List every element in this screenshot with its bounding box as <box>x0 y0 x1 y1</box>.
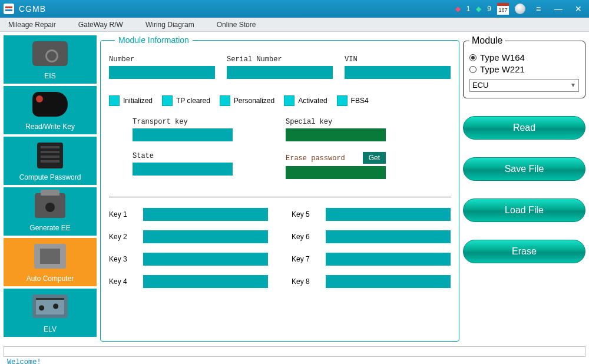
button-label: Read <box>513 123 535 133</box>
key3-field[interactable] <box>143 253 268 266</box>
key7-label: Key 7 <box>292 255 320 263</box>
sidebar-item-read-write-key[interactable]: Read/Write Key <box>4 86 97 134</box>
sidebar-item-generate-ee[interactable]: Generate EE <box>4 187 97 236</box>
key6-field[interactable] <box>326 230 451 243</box>
fbs4-indicator <box>337 95 348 106</box>
select-value: ECU <box>472 81 488 90</box>
sidebar-item-auto-computer[interactable]: Auto Computer <box>4 238 97 286</box>
personalized-label: Personalized <box>234 97 274 105</box>
sidebar-item-label: Generate EE <box>29 224 70 232</box>
minimize-button[interactable]: — <box>551 4 565 14</box>
orb-icon[interactable] <box>515 4 525 14</box>
welcome-text: Welcome! <box>4 357 585 364</box>
radio-label: Type W164 <box>480 52 525 62</box>
safe-icon <box>32 41 68 66</box>
module-fieldset: Module Type W164 Type W221 ECU <box>463 35 585 98</box>
printer-icon <box>35 193 65 218</box>
menu-gateway-rw[interactable]: GateWay R/W <box>78 21 123 29</box>
module-information-fieldset: Module Information Number Serial Number … <box>100 35 459 342</box>
key1-field[interactable] <box>143 208 268 221</box>
close-button[interactable]: ✕ <box>571 4 585 14</box>
calculator-icon <box>37 143 63 168</box>
sidebar-item-compute-password[interactable]: Compute Password <box>4 137 97 185</box>
get-button[interactable]: Get <box>363 152 386 164</box>
key3-label: Key 3 <box>109 255 137 263</box>
menu-online-store[interactable]: Online Store <box>217 21 256 29</box>
key-fob-icon <box>32 92 68 117</box>
serial-number-label: Serial Number <box>227 55 333 64</box>
number-field[interactable] <box>109 66 215 79</box>
special-key-label: Special key <box>286 118 427 126</box>
sidebar-item-eis[interactable]: EIS <box>4 35 97 84</box>
special-key-field[interactable] <box>286 128 386 141</box>
sidebar-item-label: ELV <box>44 325 57 333</box>
fbs4-label: FBS4 <box>351 97 369 105</box>
sidebar: EIS Read/Write Key Compute Password Gene… <box>4 35 97 343</box>
button-label: Load File <box>505 205 544 216</box>
menubar: Mileage Repair GateWay R/W Wiring Diagra… <box>0 18 589 32</box>
right-panel: Module Type W164 Type W221 ECU Read Save… <box>463 35 585 343</box>
save-file-button[interactable]: Save File <box>463 157 585 181</box>
center-panel: Module Information Number Serial Number … <box>100 35 459 343</box>
vin-label: VIN <box>345 55 451 64</box>
menu-mileage-repair[interactable]: Mileage Repair <box>8 21 56 29</box>
key6-label: Key 6 <box>292 233 320 241</box>
sidebar-item-label: Auto Computer <box>27 274 74 283</box>
erase-password-label: Erase password <box>286 154 345 163</box>
initialized-indicator <box>109 95 120 106</box>
sidebar-item-elv[interactable]: ELV <box>4 289 97 337</box>
activated-label: Activated <box>298 97 327 105</box>
key2-label: Key 2 <box>109 233 137 241</box>
initialized-label: Initialized <box>123 97 153 105</box>
key2-field[interactable] <box>143 230 268 243</box>
serial-number-field[interactable] <box>227 66 333 79</box>
tp-cleared-indicator <box>162 95 173 106</box>
load-file-button[interactable]: Load File <box>463 198 585 222</box>
key5-label: Key 5 <box>292 210 320 219</box>
key4-label: Key 4 <box>109 277 137 286</box>
gem-red-icon: ◆ <box>455 5 461 13</box>
circuit-board-icon <box>32 294 68 318</box>
sidebar-item-label: Compute Password <box>19 173 81 181</box>
button-label: Erase <box>512 246 537 257</box>
ecu-icon <box>34 244 66 269</box>
personalized-indicator <box>220 95 230 106</box>
vin-field[interactable] <box>345 66 451 79</box>
erase-button[interactable]: Erase <box>463 240 585 263</box>
transport-key-field[interactable] <box>133 128 233 141</box>
key7-field[interactable] <box>326 253 451 266</box>
activated-indicator <box>284 95 294 106</box>
key1-label: Key 1 <box>109 210 137 219</box>
titlebar: CGMB ◆ 1 ◆ 9 167 ≡ — ✕ <box>0 0 589 18</box>
key8-field[interactable] <box>326 275 451 288</box>
key5-field[interactable] <box>326 208 451 221</box>
transport-key-label: Transport key <box>133 118 274 126</box>
separator <box>109 197 451 197</box>
status-area: Welcome! <box>0 346 589 364</box>
state-label: State <box>133 152 274 160</box>
button-label: Save File <box>505 164 544 174</box>
radio-type-w164[interactable]: Type W164 <box>469 52 579 62</box>
main-area: EIS Read/Write Key Compute Password Gene… <box>0 32 589 346</box>
gem-green-icon: ◆ <box>476 5 481 13</box>
menu-wiring-diagram[interactable]: Wiring Diagram <box>145 21 194 29</box>
sidebar-item-label: Read/Write Key <box>25 123 75 131</box>
gem-red-count: 1 <box>466 5 471 13</box>
app-title: CGMB <box>19 4 46 14</box>
menu-icon[interactable]: ≡ <box>531 4 545 14</box>
tray: ◆ 1 ◆ 9 167 ≡ — ✕ <box>455 3 585 15</box>
erase-password-field[interactable] <box>286 166 386 179</box>
module-legend: Module <box>469 35 505 46</box>
state-field[interactable] <box>133 163 233 176</box>
app-logo-icon <box>4 4 14 14</box>
status-bar <box>4 346 585 357</box>
key8-label: Key 8 <box>292 277 320 286</box>
gem-green-count: 9 <box>487 5 491 13</box>
module-select[interactable]: ECU <box>469 79 579 92</box>
calendar-icon[interactable]: 167 <box>497 3 509 15</box>
tp-cleared-label: TP cleared <box>176 97 210 105</box>
read-button[interactable]: Read <box>463 116 585 140</box>
radio-type-w221[interactable]: Type W221 <box>469 64 579 74</box>
radio-icon <box>469 66 477 73</box>
key4-field[interactable] <box>143 275 268 288</box>
